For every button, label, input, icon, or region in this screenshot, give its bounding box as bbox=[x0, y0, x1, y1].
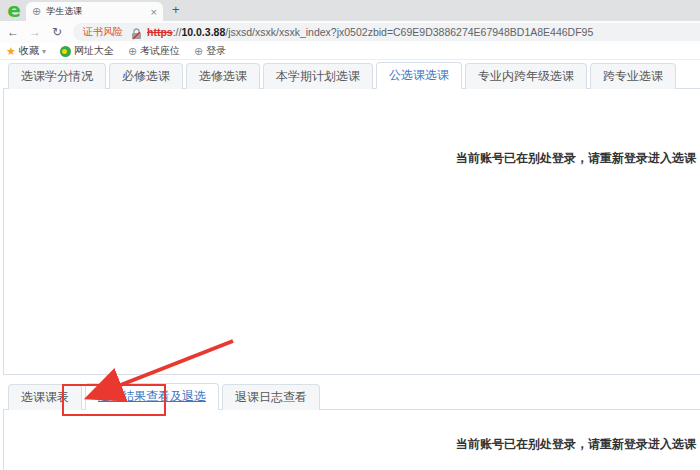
star-icon: ★ bbox=[6, 45, 16, 58]
back-icon[interactable]: ← bbox=[4, 25, 22, 39]
url-host: 10.0.3.88 bbox=[181, 26, 225, 38]
url-text: https://10.0.3.88/jsxsd/xsxk/xsxk_index?… bbox=[147, 26, 593, 38]
refresh-icon[interactable]: ↻ bbox=[48, 25, 66, 39]
globe-icon: ⊕ bbox=[128, 45, 137, 58]
browser-tab-title: 学生选课 bbox=[46, 5, 145, 18]
tab-semester-plan[interactable]: 本学期计划选课 bbox=[263, 63, 373, 89]
bookmark-label: 登录 bbox=[206, 44, 226, 58]
tab-elective-courses[interactable]: 选修选课 bbox=[186, 63, 260, 89]
tab-withdraw-log[interactable]: 退课日志查看 bbox=[222, 384, 320, 410]
tab-close-icon[interactable]: × bbox=[151, 6, 157, 18]
chevron-down-icon: ▾ bbox=[42, 47, 46, 56]
browser-tab-strip: e ⊕ 学生选课 × + bbox=[0, 0, 700, 21]
browser-logo-icon[interactable]: e bbox=[4, 0, 24, 20]
globe-icon: ⊕ bbox=[194, 45, 203, 58]
tab-course-timetable[interactable]: 选课课表 bbox=[8, 384, 82, 410]
bookmark-label: 收藏 bbox=[19, 44, 39, 58]
tab-required-courses[interactable]: 必修选课 bbox=[109, 63, 183, 89]
browser-tab[interactable]: ⊕ 学生选课 × bbox=[26, 2, 163, 21]
url-path: /jsxsd/xsxk/xsxk_index?jx0502zbid=C69E9D… bbox=[225, 26, 593, 38]
tab-selection-result-withdraw[interactable]: 选课结果查看及退选 bbox=[85, 383, 219, 410]
bookmarks-bar: ★ 收藏 ▾ 网址大全 ⊕ 考试座位 ⊕ 登录 bbox=[0, 43, 700, 60]
page-favicon-icon: ⊕ bbox=[32, 6, 41, 17]
nav-site-icon bbox=[60, 46, 71, 57]
login-elsewhere-message: 当前账号已在别处登录，请重新登录进入选课！ bbox=[456, 436, 700, 453]
result-tabs: 选课课表 选课结果查看及退选 退课日志查看 bbox=[3, 383, 700, 410]
login-elsewhere-message: 当前账号已在别处登录，请重新登录进入选课！ bbox=[456, 150, 700, 167]
bookmark-nav-site[interactable]: 网址大全 bbox=[60, 44, 114, 58]
selection-result-panel: 当前账号已在别处登录，请重新登录进入选课！ bbox=[3, 410, 700, 470]
bookmark-favorites[interactable]: ★ 收藏 ▾ bbox=[6, 44, 46, 58]
page-content: 选课学分情况 必修选课 选修选课 本学期计划选课 公选课选课 专业内跨年级选课 … bbox=[0, 60, 700, 470]
new-tab-button[interactable]: + bbox=[172, 2, 180, 17]
tab-public-elective[interactable]: 公选课选课 bbox=[376, 62, 462, 89]
address-bar[interactable]: 证书风险 https://10.0.3.88/jsxsd/xsxk/xsxk_i… bbox=[73, 23, 700, 41]
broken-lock-icon bbox=[131, 26, 142, 38]
forward-icon[interactable]: → bbox=[26, 25, 44, 39]
certificate-risk-badge[interactable]: 证书风险 bbox=[83, 25, 123, 39]
bookmark-login[interactable]: ⊕ 登录 bbox=[194, 44, 226, 58]
browser-toolbar: ← → ↻ ⌂ 证书风险 https://10.0.3.88/jsxsd/xsx… bbox=[0, 21, 700, 43]
public-elective-panel: 当前账号已在别处登录，请重新登录进入选课！ bbox=[3, 89, 700, 375]
bookmark-label: 考试座位 bbox=[140, 44, 180, 58]
bookmark-exam-seat[interactable]: ⊕ 考试座位 bbox=[128, 44, 180, 58]
bookmark-label: 网址大全 bbox=[74, 44, 114, 58]
url-scheme: https bbox=[147, 26, 173, 38]
tab-credit-status[interactable]: 选课学分情况 bbox=[8, 63, 106, 89]
course-selection-tabs: 选课学分情况 必修选课 选修选课 本学期计划选课 公选课选课 专业内跨年级选课 … bbox=[3, 62, 700, 89]
tab-cross-grade[interactable]: 专业内跨年级选课 bbox=[465, 63, 587, 89]
tab-cross-major[interactable]: 跨专业选课 bbox=[590, 63, 676, 89]
